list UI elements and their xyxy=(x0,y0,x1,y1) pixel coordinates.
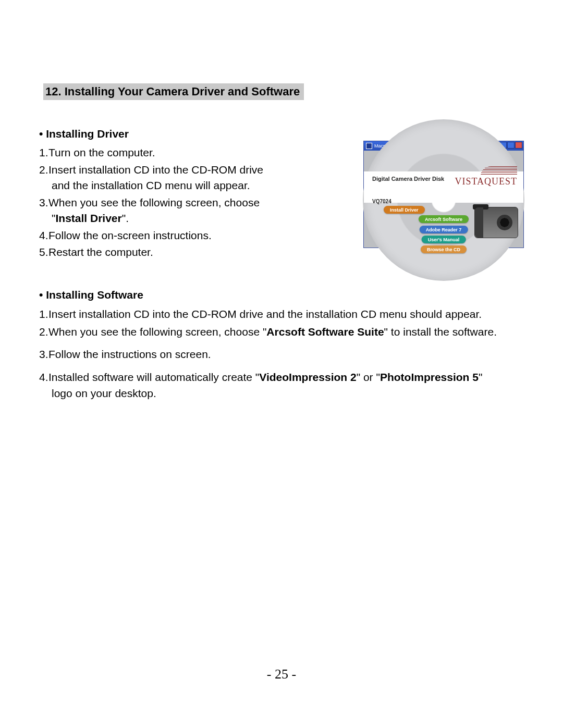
step-text-line1: Insert installation CD into the CD-ROM d… xyxy=(48,164,263,176)
step-pre: Installed software will automatically cr… xyxy=(48,371,259,383)
installing-software-label: Installing Software xyxy=(46,289,143,301)
step-text-line1: When you see the following screen, choos… xyxy=(48,196,260,208)
arcsoft-software-button: Arcsoft Software xyxy=(419,215,469,223)
users-manual-button: User's Manual xyxy=(422,236,466,243)
model-label: VQ7024 xyxy=(372,199,391,204)
step-number: 3. xyxy=(39,195,48,211)
step-text: Restart the computer. xyxy=(48,246,153,258)
camera-lens-icon xyxy=(497,215,512,230)
adobe-reader-button: Adobe Reader 7 xyxy=(420,226,468,233)
videoimpression-bold: VideoImpression 2 xyxy=(259,371,356,383)
software-section: • Installing Software 1.Insert installat… xyxy=(39,287,524,402)
manual-page: 12. Installing Your Camera Driver and So… xyxy=(0,0,563,728)
software-step-2: 2.When you see the following screen, cho… xyxy=(39,324,524,340)
section-heading: 12. Installing Your Camera Driver and So… xyxy=(43,83,304,100)
step-text-line2: and the installation CD menu will appear… xyxy=(39,178,344,193)
step-number: 4. xyxy=(39,228,48,243)
step-mid: " or " xyxy=(357,371,380,383)
step-pre: When you see the following screen, choos… xyxy=(48,326,266,338)
bullet-icon: • xyxy=(39,128,43,140)
installing-driver-heading: • Installing Driver xyxy=(39,126,344,142)
maximize-icon xyxy=(507,142,515,149)
step-number: 2. xyxy=(39,324,48,340)
page-number: - 25 - xyxy=(0,667,563,682)
installing-driver-label: Installing Driver xyxy=(46,128,129,140)
bullet-icon: • xyxy=(39,289,43,301)
step-text: Follow the on-screen instructions. xyxy=(48,229,212,241)
app-icon xyxy=(366,143,372,149)
driver-text-column: • Installing Driver 1.Turn on the comput… xyxy=(39,126,344,262)
driver-step-4: 4.Follow the on-screen instructions. xyxy=(39,228,344,243)
software-step-1: 1.Insert installation CD into the CD-ROM… xyxy=(39,306,524,323)
step-text-line2: logo on your desktop. xyxy=(39,385,524,402)
step-text: Turn on the computer. xyxy=(48,146,155,158)
software-step-4: 4.Installed software will automatically … xyxy=(39,369,524,402)
driver-step-1: 1.Turn on the computer. xyxy=(39,145,344,161)
close-icon xyxy=(515,142,522,149)
camera-illustration xyxy=(474,207,518,238)
step-number: 1. xyxy=(39,145,48,161)
camera-grip xyxy=(475,207,483,238)
step-number: 2. xyxy=(39,162,48,178)
step-text: Insert installation CD into the CD-ROM d… xyxy=(48,308,482,320)
quote-close: ". xyxy=(122,212,129,224)
arcsoft-suite-bold: Arcsoft Software Suite xyxy=(266,326,384,338)
install-driver-button: Install Driver xyxy=(384,206,425,214)
step-post: " xyxy=(479,371,482,383)
brand-logo: VISTAQUEST xyxy=(455,166,517,187)
installing-software-heading: • Installing Software xyxy=(39,287,524,303)
step-text-line2: "Install Driver". xyxy=(39,211,344,226)
banner-title: Digital Camera Driver Disk xyxy=(372,176,444,182)
software-step-3: 3.Follow the instructions on screen. xyxy=(39,346,524,363)
driver-step-5: 5.Restart the computer. xyxy=(39,244,344,260)
installer-screenshot: Macromedia Flash Player 7 VISTAQUEST Dig… xyxy=(363,141,524,248)
browse-cd-button: Browse the CD xyxy=(421,245,467,253)
step-text: Follow the instructions on screen. xyxy=(48,348,211,360)
photoimpression-bold: PhotoImpression 5 xyxy=(380,371,479,383)
section-title: Installing Your Camera Driver and Softwa… xyxy=(65,85,300,98)
step-number: 5. xyxy=(39,244,48,260)
driver-step-3: 3.When you see the following screen, cho… xyxy=(39,195,344,227)
step-number: 1. xyxy=(39,306,48,323)
driver-section-row: • Installing Driver 1.Turn on the comput… xyxy=(39,126,524,262)
installer-body: VISTAQUEST Digital Camera Driver Disk VQ… xyxy=(364,151,523,248)
brand-text: VISTAQUEST xyxy=(455,176,517,187)
step-post: " to install the software. xyxy=(384,326,497,338)
section-number: 12. xyxy=(45,85,62,98)
driver-step-2: 2.Insert installation CD into the CD-ROM… xyxy=(39,162,344,194)
install-driver-bold: Install Driver xyxy=(55,212,121,224)
brand-lines-icon xyxy=(481,166,517,176)
step-number: 4. xyxy=(39,369,48,386)
step-number: 3. xyxy=(39,346,48,363)
